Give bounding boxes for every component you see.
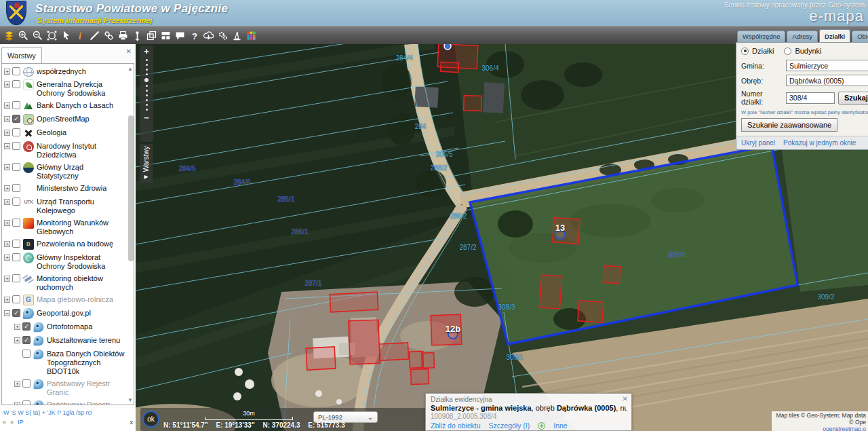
- layer-checkbox[interactable]: [22, 350, 31, 358]
- layer-label[interactable]: Państwowy Rejestr Granic: [47, 379, 125, 397]
- zoom-level-dot[interactable]: [146, 99, 148, 101]
- layer-checkbox[interactable]: [12, 240, 20, 248]
- tab-wspolrzedne[interactable]: Współrzędne: [737, 31, 785, 42]
- layer-label[interactable]: Ukształtowanie terenu: [47, 335, 120, 345]
- expand-icon[interactable]: +: [4, 81, 10, 88]
- tab-dzialki[interactable]: Działki: [819, 29, 850, 42]
- layer-checkbox[interactable]: ✓: [22, 336, 31, 344]
- layer-label[interactable]: Państwowy Rejestr Nazw Geograficznych: [47, 400, 125, 405]
- search-button[interactable]: Szukaj: [838, 92, 868, 105]
- layer-label[interactable]: Główny Inspektorat Ochrony Środowiska: [37, 252, 125, 271]
- layer-checkbox[interactable]: [12, 163, 20, 171]
- help-icon[interactable]: ?: [187, 27, 201, 43]
- advanced-search-button[interactable]: Szukanie zaawansowane: [741, 118, 837, 132]
- print-icon[interactable]: [116, 27, 130, 43]
- other-link[interactable]: Inne: [553, 421, 567, 430]
- layer-checkbox[interactable]: [12, 219, 20, 227]
- layer-label[interactable]: Pozwolenia na budowę: [37, 239, 113, 248]
- layer-checkbox[interactable]: [12, 184, 20, 192]
- link-icon[interactable]: [102, 27, 116, 43]
- scroll-up-icon[interactable]: ▲: [127, 66, 133, 72]
- zoom-level-dot[interactable]: [146, 94, 148, 96]
- close-icon[interactable]: ✕: [126, 48, 132, 55]
- tab-obiekty[interactable]: Obiekty: [852, 31, 868, 42]
- parcel-number-input[interactable]: [786, 92, 835, 104]
- zoom-level-slider[interactable]: [144, 59, 149, 111]
- zoom-level-dot[interactable]: [146, 85, 148, 87]
- expand-icon[interactable]: +: [4, 69, 10, 75]
- layer-checkbox[interactable]: ✓: [22, 322, 31, 331]
- layer-label[interactable]: Monitoring obiektów ruchomych: [37, 274, 125, 292]
- layer-label[interactable]: Urząd Transportu Kolejowego: [37, 197, 125, 215]
- layer-label[interactable]: Generalna Dyrekcja Ochrony Środowiska: [37, 79, 125, 98]
- zoom-out-icon[interactable]: [31, 27, 45, 43]
- zoom-out-button[interactable]: −: [144, 114, 149, 122]
- pager-next[interactable]: »: [10, 419, 14, 426]
- gmina-input[interactable]: [786, 60, 868, 71]
- layer-label[interactable]: Główny Urząd Statystyczny: [37, 162, 125, 181]
- scrollbar-thumb[interactable]: [128, 115, 134, 261]
- zoom-level-dot[interactable]: [146, 64, 148, 66]
- expand-icon[interactable]: +: [4, 199, 10, 205]
- layer-label[interactable]: OpenStreetMap: [37, 114, 90, 124]
- details-link[interactable]: Szczegóły (I): [489, 421, 530, 430]
- expand-icon[interactable]: +: [4, 130, 10, 136]
- collapse-icon[interactable]: −: [4, 310, 10, 316]
- zoom-level-dot[interactable]: [144, 78, 149, 82]
- pushpin-icon[interactable]: [130, 27, 144, 43]
- layer-checkbox[interactable]: [12, 253, 20, 261]
- cloud-download-icon[interactable]: [201, 27, 216, 43]
- pager-prev[interactable]: «: [3, 419, 6, 426]
- expand-icon[interactable]: +: [4, 116, 10, 122]
- building-marker-12b[interactable]: [448, 329, 458, 339]
- building-outline[interactable]: [603, 265, 620, 283]
- info-icon[interactable]: i: [73, 27, 87, 43]
- tab-warstwy[interactable]: Warstwy: [1, 47, 42, 63]
- layer-checkbox[interactable]: ✓: [12, 309, 20, 317]
- hide-panel-link[interactable]: Ukryj panel: [741, 139, 775, 147]
- layer-checkbox[interactable]: [12, 274, 20, 282]
- zoom-level-dot[interactable]: [146, 90, 148, 92]
- zoom-level-dot[interactable]: [146, 59, 148, 61]
- layer-label[interactable]: Baza Danych Obiektów Topograficznych BDO…: [47, 349, 125, 376]
- tab-adresy[interactable]: Adresy: [787, 31, 818, 42]
- point-marker-top[interactable]: [444, 44, 451, 50]
- scroll-down-icon[interactable]: ▼: [127, 397, 133, 403]
- building-outline[interactable]: [379, 343, 408, 360]
- footer-link-fragments[interactable]: -W 'S W S( ta) + 'JK P 1gla /sp rci: [0, 408, 136, 416]
- expand-icon[interactable]: +: [4, 297, 10, 303]
- settings-icon[interactable]: [216, 27, 230, 43]
- layer-label[interactable]: Mapa glebowo-rolnicza: [37, 295, 113, 304]
- layer-label[interactable]: Ministerstwo Zdrowia: [37, 183, 106, 193]
- compass-icon[interactable]: [230, 27, 244, 43]
- building-marker-13[interactable]: [555, 229, 565, 239]
- zoom-in-icon[interactable]: [16, 27, 31, 43]
- building-outline[interactable]: [422, 353, 435, 369]
- cursor-icon[interactable]: [59, 27, 73, 43]
- expand-icon[interactable]: +: [4, 102, 10, 109]
- layer-checkbox[interactable]: [22, 400, 31, 405]
- layer-checkbox[interactable]: [12, 67, 20, 75]
- building-outline[interactable]: [349, 320, 380, 364]
- comment-icon[interactable]: [173, 27, 187, 43]
- building-outline[interactable]: [578, 301, 604, 322]
- popup-close-icon[interactable]: ✕: [623, 395, 628, 402]
- expand-icon[interactable]: +: [14, 381, 20, 387]
- attribution-line2[interactable]: openstreetmap.o: [774, 426, 866, 431]
- zoom-level-dot[interactable]: [146, 109, 148, 111]
- legend-icon[interactable]: [244, 27, 258, 43]
- layer-checkbox[interactable]: ✓: [12, 115, 20, 123]
- zoom-in-button[interactable]: +: [144, 48, 149, 56]
- pager-close[interactable]: x: [130, 419, 134, 426]
- layer-label[interactable]: współrzędnych: [37, 67, 86, 76]
- radio-budynki-label[interactable]: Budynki: [795, 47, 821, 55]
- pager-ip-link[interactable]: IP: [18, 419, 24, 426]
- expand-icon[interactable]: +: [4, 164, 10, 170]
- layer-checkbox[interactable]: [12, 198, 20, 206]
- layer-checkbox[interactable]: [12, 101, 20, 109]
- radio-budynki[interactable]: [784, 48, 791, 55]
- zoom-to-object-link[interactable]: Zbliż do obiektu: [431, 421, 481, 430]
- radio-dzialki[interactable]: [741, 48, 749, 55]
- building-outline[interactable]: [464, 96, 482, 111]
- zoom-level-dot[interactable]: [146, 73, 148, 75]
